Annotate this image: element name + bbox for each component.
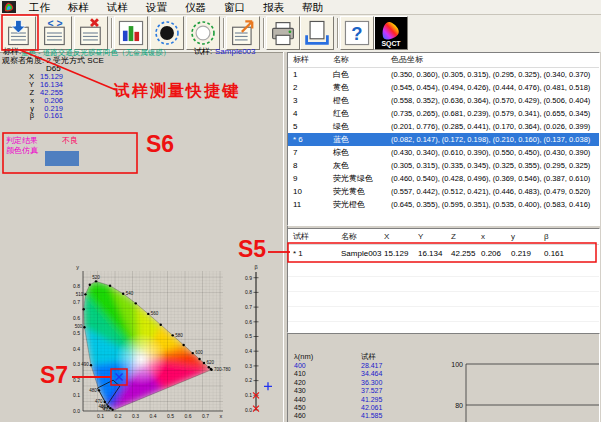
standard-id: 3 xyxy=(293,94,297,107)
svg-text:0.6: 0.6 xyxy=(185,413,192,419)
menu-item-window[interactable]: 窗口 xyxy=(215,0,254,14)
color-chart-button[interactable] xyxy=(114,16,148,50)
help-icon: ? xyxy=(342,18,372,48)
standard-id: 10 xyxy=(293,185,302,198)
standards-row[interactable]: 3橙色(0.558, 0.352), (0.636, 0.364), (0.57… xyxy=(288,94,599,107)
standards-row[interactable]: 1白色(0.350, 0.360), (0.305, 0.315), (0.29… xyxy=(288,68,599,81)
sample-cell: Sample003 xyxy=(341,245,381,262)
standards-row[interactable]: 5绿色(0.201, 0.776), (0.285, 0.441), (0.17… xyxy=(288,120,599,133)
col-header-y: y xyxy=(511,229,515,244)
standard-name: 荧光黄绿色 xyxy=(333,172,373,185)
standards-row[interactable]: 2黄色(0.545, 0.454), (0.494, 0.426), (0.44… xyxy=(288,81,599,94)
tri-label: x xyxy=(2,97,34,105)
print-button[interactable] xyxy=(266,16,300,50)
delete-icon xyxy=(76,18,106,48)
svg-text:580: 580 xyxy=(175,333,183,338)
sample-cell: 0.161 xyxy=(544,245,564,262)
standards-row[interactable]: 7棕色(0.430, 0.340), (0.610, 0.390), (0.55… xyxy=(288,146,599,159)
standards-row[interactable]: 8灰色(0.305, 0.315), (0.335, 0.345), (0.32… xyxy=(288,159,599,172)
spectral-row: 45042.061 xyxy=(288,404,438,412)
standard-coords: (0.082, 0.147), (0.172, 0.198), (0.210, … xyxy=(391,133,590,146)
standard-coords: (0.350, 0.360), (0.305, 0.315), (0.295, … xyxy=(391,68,590,81)
standard-name: 绿色 xyxy=(333,120,349,133)
standard-coords: (0.735, 0.265), (0.681, 0.239), (0.579, … xyxy=(391,107,590,120)
spectral-panel: λ(nm) 试样 40028.41741034.46442036.3004303… xyxy=(287,333,600,422)
col-header-name: 名称 xyxy=(333,53,349,67)
menu-item-sample[interactable]: 试样 xyxy=(98,0,137,14)
menu-item-settings[interactable]: 设置 xyxy=(137,0,176,14)
standards-row[interactable]: 11荧光橙色(0.645, 0.355), (0.595, 0.351), (0… xyxy=(288,198,599,211)
standard-id: 5 xyxy=(293,120,297,133)
wavelength-value: 440 xyxy=(294,396,306,404)
sample-cell: 16.134 xyxy=(418,245,442,262)
svg-text:0.3: 0.3 xyxy=(73,361,80,367)
right-panel: 标样 名称 色品坐标 1白色(0.350, 0.360), (0.305, 0.… xyxy=(287,52,601,422)
standard-id: * 6 xyxy=(293,133,303,146)
svg-text:< >: < > xyxy=(47,18,62,29)
svg-text:600: 600 xyxy=(195,350,203,355)
sample-cell: 42.255 xyxy=(451,245,475,262)
svg-text:0.8: 0.8 xyxy=(73,283,80,289)
standards-row[interactable]: 9荧光黄绿色(0.460, 0.540), (0.428, 0.496), (0… xyxy=(288,172,599,185)
sample-cell: 0.219 xyxy=(511,245,531,262)
compare-button[interactable]: < > xyxy=(38,16,72,50)
sample-cell: 0.206 xyxy=(481,245,501,262)
menu-item-standard[interactable]: 标样 xyxy=(59,0,98,14)
svg-text:0.4: 0.4 xyxy=(150,413,157,419)
reflectance-value: 42.061 xyxy=(361,404,382,412)
sample-name-value: Sample003 xyxy=(215,47,255,56)
wavelength-value: 400 xyxy=(294,362,306,370)
sqct-icon: SQCT xyxy=(376,18,406,48)
tri-label: Z xyxy=(2,89,34,97)
export-report-button[interactable] xyxy=(226,16,260,50)
menu-item-help[interactable]: 帮助 xyxy=(293,0,332,14)
standard-id: 9 xyxy=(293,172,297,185)
standards-rows: 1白色(0.350, 0.360), (0.305, 0.315), (0.29… xyxy=(288,68,599,211)
ytick-80: 80 xyxy=(455,402,463,409)
toolbar-separator xyxy=(223,18,225,48)
svg-text:0.1: 0.1 xyxy=(73,392,80,398)
standards-row[interactable]: 10荧光黄色(0.557, 0.442), (0.512, 0.421), (0… xyxy=(288,185,599,198)
chromaticity-diagram: 4304504604704804905005105205405605806006… xyxy=(63,262,278,422)
sample-measure-button[interactable] xyxy=(2,16,36,50)
standard-id: 4 xyxy=(293,107,297,120)
svg-text:0.2: 0.2 xyxy=(115,413,122,419)
sample-target-button[interactable] xyxy=(186,16,220,50)
standard-measure-button[interactable] xyxy=(150,16,184,50)
sample-row[interactable]: * 1Sample00315.12916.13442.2550.2060.219… xyxy=(288,245,599,262)
svg-text:0.4: 0.4 xyxy=(73,346,80,352)
reflectance-value: 41.585 xyxy=(361,412,382,420)
standards-table-header: 标样 名称 色品坐标 xyxy=(288,53,599,68)
wavelength-value: 410 xyxy=(294,370,306,378)
menu-item-report[interactable]: 报表 xyxy=(254,0,293,14)
svg-text:0.6: 0.6 xyxy=(73,315,80,321)
tri-label: β xyxy=(2,112,34,120)
standards-row[interactable]: * 6蓝色(0.082, 0.147), (0.172, 0.198), (0.… xyxy=(288,133,599,146)
menu-item-instrument[interactable]: 仪器 xyxy=(176,0,215,14)
standard-name: 红色 xyxy=(333,107,349,120)
svg-text:460: 460 xyxy=(98,404,106,409)
col-header-beta: β xyxy=(544,229,549,244)
standard-name: 灰色 xyxy=(333,159,349,172)
print-preview-button[interactable] xyxy=(300,16,334,50)
sqct-button[interactable]: SQCT xyxy=(374,16,408,50)
standard-name: 棕色 xyxy=(333,146,349,159)
standard-id: 8 xyxy=(293,159,297,172)
standard-name: 荧光黄色 xyxy=(333,185,365,198)
color-simulation-label: 颜色仿真 xyxy=(6,146,38,155)
help-button[interactable]: ? xyxy=(340,16,374,50)
standard-name: 黄色 xyxy=(333,81,349,94)
app-window: 工作 标样 试样 设置 仪器 窗口 报表 帮助 < > xyxy=(0,0,601,422)
svg-text:510: 510 xyxy=(76,292,84,297)
standard-name: 橙色 xyxy=(333,94,349,107)
empty-row xyxy=(288,277,599,292)
svg-text:490: 490 xyxy=(81,362,89,367)
svg-text:480: 480 xyxy=(89,388,97,393)
menu-item-work[interactable]: 工作 xyxy=(20,0,59,14)
spectral-row: 43037.527 xyxy=(288,387,438,395)
reflectance-value: 41.295 xyxy=(361,396,382,404)
delete-button[interactable] xyxy=(74,16,108,50)
standards-row[interactable]: 4红色(0.735, 0.265), (0.681, 0.239), (0.57… xyxy=(288,107,599,120)
app-logo-icon xyxy=(2,1,16,13)
tristimulus-row: β0.161 xyxy=(2,112,64,120)
